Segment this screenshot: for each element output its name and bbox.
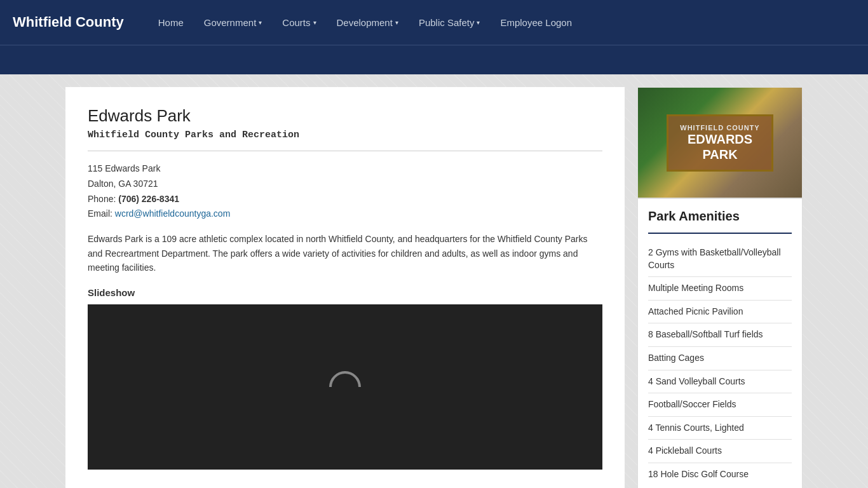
park-image: WHITFIELD COUNTY EDWARDS PARK: [637, 87, 803, 198]
email-label: Email:: [88, 208, 112, 219]
amenity-item: Multiple Meeting Rooms: [648, 277, 792, 301]
phone-label: Phone:: [88, 194, 116, 204]
phone-line: Phone: (706) 226-8341: [88, 192, 602, 207]
amenities-card: Park Amenities 2 Gyms with Basketball/Vo…: [637, 198, 803, 488]
address-line2: Dalton, GA 30721: [88, 177, 602, 192]
nav-link-development[interactable]: Development ▾: [328, 12, 407, 33]
chevron-down-icon: ▾: [259, 19, 262, 26]
park-sign-name: EDWARDS PARK: [680, 132, 759, 162]
amenity-item: Football/Soccer Fields: [648, 393, 792, 417]
nav-item-courts[interactable]: Courts ▾: [273, 12, 325, 33]
amenity-item: 18 Hole Disc Golf Course: [648, 463, 792, 486]
page-title: Edwards Park: [88, 106, 602, 126]
chevron-down-icon: ▾: [313, 19, 316, 26]
page-background: Edwards Park Whitfield County Parks and …: [0, 74, 868, 488]
nav-item-employee-logon[interactable]: Employee Logon: [491, 12, 581, 33]
address-line1: 115 Edwards Park: [88, 161, 602, 177]
park-sign-county: WHITFIELD COUNTY: [680, 124, 759, 132]
amenity-item: Attached Picnic Pavilion: [648, 301, 792, 324]
amenities-list: 2 Gyms with Basketball/Volleyball Courts…: [648, 241, 792, 486]
amenities-divider: [648, 233, 792, 234]
loading-spinner: [323, 365, 368, 410]
park-description: Edwards Park is a 109 acre athletic comp…: [88, 232, 602, 274]
hero-band: [0, 46, 868, 74]
nav-link-courts[interactable]: Courts ▾: [273, 12, 325, 33]
amenity-item: 4 Pickleball Courts: [648, 440, 792, 463]
address-block: 115 Edwards Park Dalton, GA 30721 Phone:…: [88, 161, 602, 222]
nav-link-employee-logon[interactable]: Employee Logon: [491, 12, 581, 33]
page-subtitle: Whitfield County Parks and Recreation: [88, 130, 602, 140]
title-divider: [88, 151, 602, 151]
phone-number: (706) 226-8341: [118, 194, 179, 204]
nav-item-development[interactable]: Development ▾: [328, 12, 407, 33]
park-sign: WHITFIELD COUNTY EDWARDS PARK: [667, 114, 773, 172]
email-line: Email: wcrd@whitfieldcountyga.com: [88, 207, 602, 222]
nav-link-public-safety[interactable]: Public Safety ▾: [410, 12, 489, 33]
nav-link-home[interactable]: Home: [149, 12, 193, 33]
nav-link-government[interactable]: Government ▾: [195, 12, 271, 33]
sidebar: WHITFIELD COUNTY EDWARDS PARK Park Ameni…: [637, 87, 803, 488]
amenity-item: Batting Cages: [648, 347, 792, 370]
main-panel: Edwards Park Whitfield County Parks and …: [65, 87, 625, 488]
slideshow-label: Slideshow: [88, 287, 602, 298]
nav-item-government[interactable]: Government ▾: [195, 12, 271, 33]
amenity-item: 4 Sand Volleyball Courts: [648, 370, 792, 394]
site-brand[interactable]: Whitfield County: [13, 14, 124, 30]
nav-item-home[interactable]: Home: [149, 12, 193, 33]
slideshow-container: [88, 304, 602, 470]
chevron-down-icon: ▾: [395, 19, 398, 26]
amenity-item: 8 Baseball/Softball Turf fields: [648, 323, 792, 347]
email-link[interactable]: wcrd@whitfieldcountyga.com: [115, 208, 231, 219]
amenities-title: Park Amenities: [648, 209, 792, 224]
amenity-item: 4 Tennis Courts, Lighted: [648, 417, 792, 440]
amenity-item: 2 Gyms with Basketball/Volleyball Courts: [648, 241, 792, 277]
page-container: Edwards Park Whitfield County Parks and …: [53, 87, 815, 488]
nav-item-public-safety[interactable]: Public Safety ▾: [410, 12, 489, 33]
chevron-down-icon: ▾: [477, 19, 480, 26]
nav-menu: Home Government ▾ Courts ▾ Development ▾…: [149, 12, 581, 33]
navbar: Whitfield County Home Government ▾ Court…: [0, 0, 868, 44]
